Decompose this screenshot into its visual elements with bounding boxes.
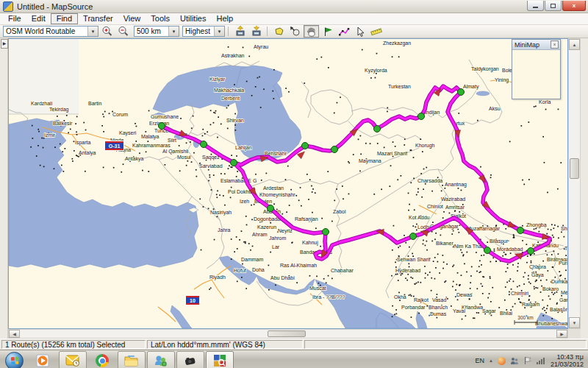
menu-item-transfer[interactable]: Transfer — [78, 14, 118, 24]
chevron-down-icon[interactable]: ▼ — [168, 26, 179, 36]
city-label: Porbandar — [401, 305, 426, 310]
route-waypoint[interactable] — [528, 248, 534, 255]
route-waypoint[interactable] — [201, 141, 207, 148]
minimize-button[interactable] — [527, 1, 544, 11]
route-waypoint[interactable] — [374, 126, 381, 132]
menu-item-help[interactable]: Help — [211, 14, 238, 24]
close-button[interactable]: x — [562, 1, 586, 11]
city-dot — [231, 187, 232, 188]
zoom-in-button[interactable] — [99, 25, 115, 38]
scroll-down-icon[interactable]: ▼ — [569, 317, 580, 328]
taskbar-chrome[interactable] — [88, 351, 116, 368]
city-label: Rafsanjan — [295, 216, 318, 222]
city-dot — [494, 249, 495, 250]
minimap-titlebar[interactable]: MiniMap x — [512, 40, 560, 50]
city-label: Chapra — [529, 264, 546, 270]
flag-waypoint-tool-button[interactable] — [320, 25, 335, 38]
map-canvas[interactable]: KardzhaliTekirdagBartinBalikesirIzmirIsp… — [8, 38, 568, 329]
city-dot — [517, 266, 519, 268]
route-waypoint[interactable] — [268, 205, 274, 212]
hscroll-thumb[interactable] — [268, 330, 306, 337]
detail-combo[interactable]: Highest ▼ — [182, 26, 225, 37]
city-label: Neyriz — [278, 228, 293, 234]
zoom-scale-combo[interactable]: 500 km ▼ — [134, 26, 179, 37]
receive-from-device-button[interactable] — [248, 25, 264, 38]
menu-item-tools[interactable]: Tools — [146, 14, 175, 24]
city-dot — [509, 141, 511, 143]
city-dot — [231, 258, 232, 260]
city-dot — [551, 254, 553, 255]
menu-item-utilities[interactable]: Utilities — [175, 14, 211, 24]
route-waypoint[interactable] — [302, 143, 309, 149]
panel-expander-button[interactable]: ▶ — [1, 39, 8, 49]
route-tool-button[interactable] — [336, 25, 351, 38]
taskbar-outlook[interactable] — [59, 351, 87, 368]
menu-item-edit[interactable]: Edit — [26, 14, 51, 24]
scroll-up-icon[interactable]: ▲ — [569, 39, 580, 50]
city-dot — [454, 210, 456, 212]
scroll-left-icon[interactable]: ◀ — [9, 330, 20, 338]
chevron-down-icon[interactable]: ▼ — [214, 26, 224, 36]
city-label: Sagar — [482, 308, 496, 314]
selection-arrow-tool-button[interactable] — [352, 25, 368, 38]
send-to-device-button[interactable] — [232, 25, 248, 38]
people-tray-icon[interactable] — [510, 356, 519, 365]
city-dot — [520, 302, 521, 303]
city-dot — [254, 204, 255, 205]
vertical-scrollbar[interactable]: ▲ ▼ — [568, 38, 581, 329]
city-dot — [471, 266, 473, 268]
menu-item-file[interactable]: File — [3, 14, 26, 24]
city-dot — [273, 98, 275, 99]
chevron-down-icon[interactable]: ▼ — [87, 26, 98, 36]
route-waypoint[interactable] — [331, 146, 338, 153]
datum-status: Lat/Lon hddd°mm.mmm' (WGS 84) — [147, 340, 303, 349]
city-dot — [556, 291, 558, 293]
zoom-out-button[interactable] — [115, 25, 131, 38]
route-waypoint[interactable] — [410, 233, 417, 240]
route-waypoint[interactable] — [458, 89, 465, 96]
map-select-tool-button[interactable] — [271, 25, 287, 38]
measure-tool-button[interactable] — [368, 25, 384, 38]
route-waypoint[interactable] — [484, 247, 491, 254]
start-button[interactable] — [5, 352, 24, 368]
city-dot — [320, 246, 321, 247]
zoom-tool-button[interactable] — [287, 25, 303, 38]
update-tray-icon[interactable] — [498, 357, 506, 365]
city-dot — [413, 178, 415, 180]
horizontal-scrollbar[interactable]: ◀ ▶ — [8, 329, 568, 339]
menu-item-view[interactable]: View — [118, 14, 146, 24]
city-dot — [411, 295, 412, 297]
language-indicator[interactable]: EN — [475, 357, 484, 364]
city-dot — [479, 272, 481, 273]
city-dot — [494, 250, 495, 252]
route-waypoint[interactable] — [231, 160, 237, 166]
route-waypoint[interactable] — [517, 227, 524, 234]
city-dot — [213, 174, 215, 176]
maximize-button[interactable] — [545, 1, 562, 11]
map-product-combo[interactable]: OSM World Routable ▼ — [3, 26, 98, 37]
city-dot — [553, 237, 554, 238]
vscroll-thumb[interactable] — [570, 158, 579, 179]
city-label: Malatya — [141, 134, 159, 140]
city-dot — [427, 305, 429, 307]
minimap-close-icon[interactable]: x — [551, 40, 559, 49]
route-waypoint[interactable] — [418, 113, 425, 120]
city-label: Balikesir — [53, 121, 73, 126]
taskbar-media-player[interactable] — [29, 351, 57, 368]
taskbar-messenger[interactable] — [147, 351, 175, 368]
scroll-right-icon[interactable]: ▶ — [556, 330, 567, 338]
city-dot — [359, 171, 361, 172]
hidden-icons-arrow-icon[interactable]: ▲ — [489, 358, 493, 363]
city-label: Astrakhan — [221, 53, 245, 58]
action-center-flag-icon[interactable] — [523, 356, 532, 365]
route-waypoint[interactable] — [159, 123, 165, 130]
hand-tool-button[interactable] — [304, 25, 319, 38]
taskbar-clock[interactable]: 10:43 πμ 21/03/2012 — [551, 353, 584, 368]
menu-item-find[interactable]: Find — [51, 13, 78, 24]
network-signal-icon[interactable] — [537, 357, 546, 365]
taskbar-mapsource[interactable] — [206, 351, 234, 368]
route-waypoint[interactable] — [323, 229, 329, 236]
ruler-measure-icon — [370, 26, 383, 37]
taskbar-device[interactable] — [176, 351, 204, 368]
taskbar-explorer[interactable] — [118, 351, 146, 368]
